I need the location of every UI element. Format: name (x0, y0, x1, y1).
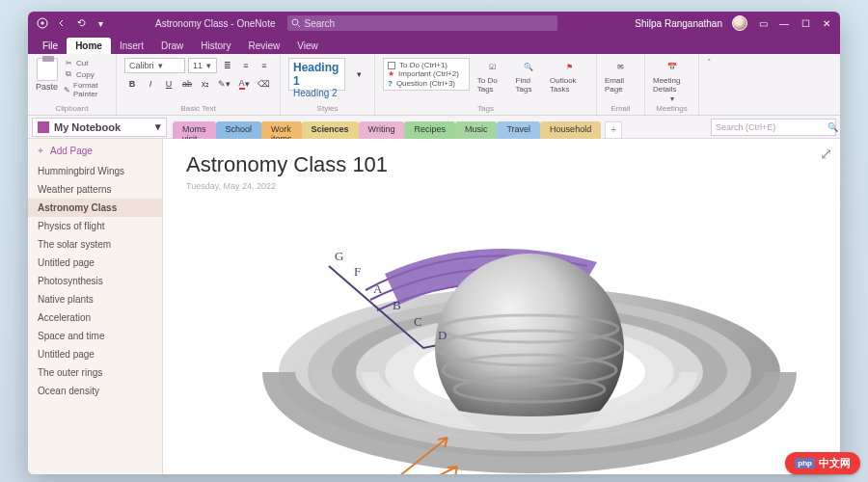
notebook-name: My Notebook (54, 121, 121, 133)
ribbon-display-icon[interactable]: ▭ (757, 17, 769, 29)
section-tab[interactable]: Work items (261, 121, 302, 141)
bullets-button[interactable]: ≣ (220, 58, 235, 73)
avatar[interactable] (732, 15, 747, 31)
note-title[interactable]: Astronomy Class 101 (186, 152, 388, 177)
page-item[interactable]: The outer rings (28, 363, 162, 382)
font-name-combo[interactable]: Calibri▾ (124, 58, 185, 73)
ring-label-d: D (438, 328, 447, 342)
font-size-value: 11 (193, 61, 203, 70)
tab-file[interactable]: File (34, 38, 67, 54)
copy-button[interactable]: ⧉Copy (64, 69, 108, 79)
section-tab[interactable]: Writing (359, 121, 405, 141)
subscript-button[interactable]: x₂ (198, 76, 213, 92)
find-tags-button[interactable]: 🔍Find Tags (516, 58, 543, 94)
cut-label: Cut (76, 59, 88, 67)
group-label-font: Basic Text (124, 104, 272, 113)
format-painter-button[interactable]: ✎Format Painter (64, 81, 108, 98)
minimize-icon[interactable]: — (778, 17, 790, 29)
todo-label: To Do Tags (477, 76, 508, 94)
section-tab[interactable]: School (216, 121, 262, 141)
maximize-icon[interactable]: ☐ (800, 17, 811, 29)
page-item[interactable]: Physics of flight (28, 217, 162, 235)
ring-label-b: B (393, 298, 401, 312)
italic-button[interactable]: I (143, 76, 158, 92)
add-page-button[interactable]: ＋ Add Page (28, 139, 162, 162)
section-tab[interactable]: Moms visit (173, 121, 216, 141)
strike-button[interactable]: ab (179, 76, 195, 92)
page-item[interactable]: Untitled page (28, 254, 162, 272)
page-item[interactable]: Space and time (28, 327, 162, 345)
calendar-icon: 📅 (663, 58, 682, 75)
align-button[interactable]: ≡ (257, 58, 272, 73)
page-item[interactable]: Photosynthesis (28, 272, 162, 290)
section-tab[interactable]: Music (455, 121, 498, 141)
find-tags-label: Find Tags (516, 76, 543, 94)
page-item[interactable]: The solar system (28, 235, 162, 254)
highlight-button[interactable]: ✎▾ (216, 76, 233, 92)
tab-draw[interactable]: Draw (152, 38, 192, 54)
styles-gallery[interactable]: Heading 1 Heading 2 (288, 58, 345, 91)
cut-button[interactable]: ✂Cut (64, 58, 108, 67)
paste-button[interactable]: Paste (36, 58, 58, 92)
tab-home[interactable]: Home (67, 38, 111, 54)
ribbon-group-font: Calibri▾ 11▾ ≣ ≡ ≡ B I U ab x₂ ✎▾ A▾ ⌫ B (117, 54, 281, 115)
email-page-button[interactable]: ✉Email Page (605, 58, 637, 94)
qat-more-icon[interactable]: ▾ (94, 16, 107, 30)
meeting-details-button[interactable]: 📅Meeting Details▾ (653, 58, 691, 103)
section-tab[interactable]: Recipes (404, 121, 455, 141)
page-item[interactable]: Astronomy Class (28, 199, 162, 217)
tags-gallery[interactable]: To Do (Ctrl+1) ★Important (Ctrl+2) ?Ques… (383, 58, 470, 91)
style-heading1[interactable]: Heading 1 (293, 61, 340, 88)
titlebar-search[interactable] (287, 15, 557, 31)
collapse-ribbon-icon[interactable]: ˄ (699, 54, 719, 115)
section-tabs: Moms visitSchoolWork itemsSciencesWritin… (173, 118, 601, 137)
tag-question[interactable]: ?Question (Ctrl+3) (388, 79, 465, 88)
tag-important[interactable]: ★Important (Ctrl+2) (388, 69, 465, 78)
page-item[interactable]: Ocean density (28, 382, 162, 400)
tag-question-label: Question (Ctrl+3) (396, 79, 455, 88)
page-item[interactable]: Untitled page (28, 345, 162, 363)
page-search-input[interactable] (716, 122, 824, 132)
page-item[interactable]: Acceleration (28, 308, 162, 327)
section-tab[interactable]: Household (540, 121, 601, 141)
tag-todo[interactable]: To Do (Ctrl+1) (388, 61, 465, 69)
format-painter-label: Format Painter (73, 81, 108, 98)
font-color-button[interactable]: A▾ (236, 76, 252, 92)
tab-insert[interactable]: Insert (111, 38, 152, 54)
numbering-button[interactable]: ≡ (238, 58, 254, 73)
page-item[interactable]: Hummingbird Wings (28, 162, 162, 180)
section-tab[interactable]: Travel (497, 121, 540, 141)
add-section-button[interactable]: + (605, 121, 622, 139)
mail-icon: ✉ (611, 58, 631, 75)
group-label-styles: Styles (288, 104, 366, 113)
note-canvas[interactable]: ⤢ Astronomy Class 101 Tuesday, May 24, 2… (163, 139, 840, 474)
watermark-badge: php 中文网 (785, 452, 860, 474)
style-heading2[interactable]: Heading 2 (293, 88, 340, 98)
notebook-selector[interactable]: My Notebook ▾ (32, 118, 167, 137)
font-size-combo[interactable]: 11▾ (188, 58, 217, 73)
undo-icon[interactable] (74, 16, 88, 30)
user-name[interactable]: Shilpa Ranganathan (635, 18, 722, 29)
page-search[interactable]: 🔍 (711, 119, 836, 136)
app-menu-icon[interactable] (36, 16, 49, 30)
outlook-tasks-button[interactable]: ⚑Outlook Tasks (550, 58, 588, 94)
styles-expand-icon[interactable]: ▾ (351, 58, 366, 91)
clear-format-button[interactable]: ⌫ (255, 76, 272, 92)
plus-icon: ＋ (36, 144, 45, 157)
tab-history[interactable]: History (192, 38, 239, 54)
back-icon[interactable] (55, 16, 68, 30)
bold-button[interactable]: B (124, 76, 140, 92)
tab-review[interactable]: Review (239, 38, 288, 54)
note-drawing: G F A B C D Enke division (240, 199, 780, 474)
titlebar-search-input[interactable] (305, 18, 554, 29)
tab-view[interactable]: View (288, 38, 327, 54)
todo-tags-button[interactable]: ☑To Do Tags (477, 58, 508, 94)
fullscreen-icon[interactable]: ⤢ (820, 145, 832, 163)
checkbox-icon (388, 62, 395, 69)
section-tab[interactable]: Sciences (302, 121, 359, 141)
page-item[interactable]: Weather patterns (28, 180, 162, 199)
cut-icon: ✂ (64, 58, 73, 67)
underline-button[interactable]: U (161, 76, 176, 92)
page-item[interactable]: Native plants (28, 290, 162, 308)
close-icon[interactable]: ✕ (821, 17, 832, 29)
